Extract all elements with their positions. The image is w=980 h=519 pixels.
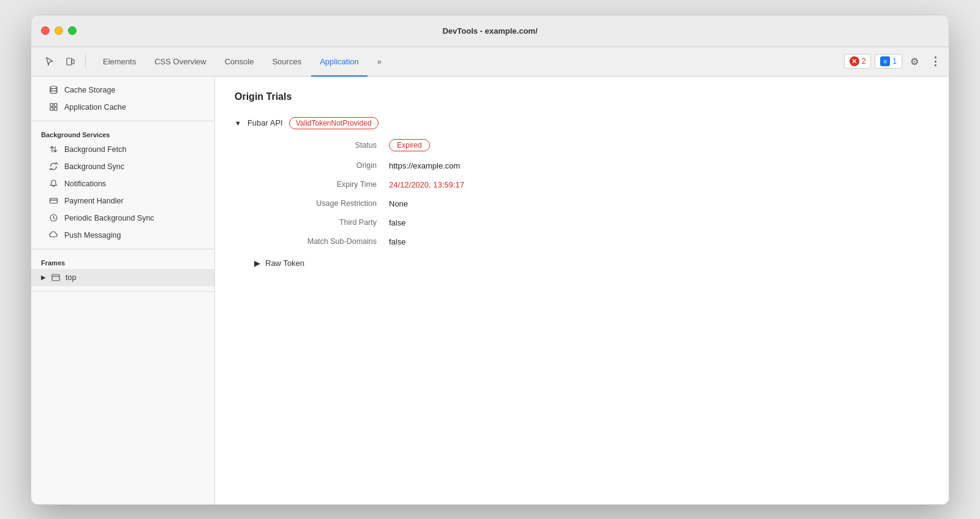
svg-rect-7 bbox=[50, 108, 53, 111]
sidebar-item-application-cache[interactable]: Application Cache bbox=[31, 99, 214, 116]
sidebar-item-notifications[interactable]: Notifications bbox=[31, 175, 214, 192]
third-party-label: Third Party bbox=[254, 218, 389, 227]
raw-token-toggle: ▶ bbox=[254, 259, 260, 268]
more-options-icon[interactable]: ⋮ bbox=[927, 53, 944, 70]
sidebar-background-services-section: Background Services Background Fetch bbox=[31, 121, 214, 249]
sidebar-item-cache-storage[interactable]: Cache Storage bbox=[31, 81, 214, 99]
sidebar-item-top[interactable]: ▶ top bbox=[31, 269, 214, 286]
sidebar-storage-section: Cache Storage Application Cache bbox=[31, 77, 214, 121]
svg-rect-0 bbox=[67, 58, 72, 65]
page-title: Origin Trials bbox=[235, 91, 929, 102]
svg-point-3 bbox=[50, 89, 57, 91]
sidebar-frames-section: Frames ▶ top bbox=[31, 249, 214, 292]
svg-point-2 bbox=[50, 86, 57, 89]
status-value: Expired bbox=[389, 139, 929, 151]
window-icon bbox=[51, 273, 61, 282]
expand-icon: ▶ bbox=[41, 274, 46, 281]
svg-rect-9 bbox=[50, 199, 57, 203]
tab-css-overview[interactable]: CSS Overview bbox=[146, 48, 215, 77]
raw-token-label: Raw Token bbox=[265, 259, 304, 268]
background-services-title: Background Services bbox=[31, 126, 214, 141]
tab-console[interactable]: Console bbox=[216, 48, 263, 77]
tab-sources[interactable]: Sources bbox=[263, 48, 310, 77]
maximize-button[interactable] bbox=[68, 26, 77, 35]
svg-rect-8 bbox=[54, 108, 57, 111]
svg-point-4 bbox=[50, 91, 57, 94]
sync-icon bbox=[48, 162, 58, 172]
detail-table: Status Expired Origin https://example.co… bbox=[235, 139, 929, 246]
traffic-lights bbox=[41, 26, 77, 35]
usage-restriction-value: None bbox=[389, 199, 929, 208]
svg-rect-1 bbox=[72, 59, 74, 64]
card-icon bbox=[48, 196, 58, 206]
cloud-icon bbox=[48, 230, 58, 240]
api-expand-toggle[interactable]: ▼ bbox=[235, 119, 241, 127]
cursor-icon[interactable] bbox=[41, 53, 58, 70]
status-label: Status bbox=[254, 139, 389, 151]
main-content: Origin Trials ▼ Fubar API ValidTokenNotP… bbox=[215, 77, 949, 504]
expiry-label: Expiry Time bbox=[254, 180, 389, 189]
sidebar-item-periodic-background-sync[interactable]: Periodic Background Sync bbox=[31, 210, 214, 227]
sidebar: Cache Storage Application Cache bbox=[31, 77, 215, 504]
svg-rect-11 bbox=[52, 275, 59, 281]
minimize-button[interactable] bbox=[55, 26, 63, 35]
tab-toolbar-icons bbox=[36, 47, 93, 76]
frames-title: Frames bbox=[31, 254, 214, 269]
origin-value: https://example.com bbox=[389, 161, 929, 170]
grid-icon bbox=[48, 102, 58, 112]
raw-token-row[interactable]: ▶ Raw Token bbox=[235, 259, 929, 268]
api-header: ▼ Fubar API ValidTokenNotProvided bbox=[235, 117, 929, 129]
info-badge-button[interactable]: ≡ 1 bbox=[875, 54, 902, 69]
error-icon: ✕ bbox=[850, 56, 859, 66]
tab-more[interactable]: » bbox=[369, 48, 390, 77]
third-party-value: false bbox=[389, 218, 929, 227]
sidebar-item-push-messaging[interactable]: Push Messaging bbox=[31, 227, 214, 244]
sidebar-item-background-fetch[interactable]: Background Fetch bbox=[31, 141, 214, 158]
settings-icon[interactable]: ⚙ bbox=[906, 53, 923, 70]
expiry-value: 24/12/2020, 13:59:17 bbox=[389, 180, 929, 189]
status-badge: Expired bbox=[389, 139, 430, 151]
bell-icon bbox=[48, 179, 58, 189]
tabbar: Elements CSS Overview Console Sources Ap… bbox=[31, 47, 949, 77]
titlebar: DevTools - example.com/ bbox=[31, 15, 949, 47]
database-icon bbox=[48, 85, 58, 95]
match-subdomains-label: Match Sub-Domains bbox=[254, 237, 389, 246]
error-badge-button[interactable]: ✕ 2 bbox=[844, 54, 872, 69]
clock-icon bbox=[48, 213, 58, 223]
window-title: DevTools - example.com/ bbox=[442, 26, 537, 36]
devtools-window: DevTools - example.com/ Elements CSS Ove… bbox=[31, 15, 949, 505]
api-status-badge: ValidTokenNotProvided bbox=[289, 117, 379, 129]
info-icon: ≡ bbox=[880, 56, 890, 66]
close-button[interactable] bbox=[41, 26, 50, 35]
sidebar-item-background-sync[interactable]: Background Sync bbox=[31, 158, 214, 175]
device-icon[interactable] bbox=[62, 53, 79, 70]
origin-label: Origin bbox=[254, 161, 389, 170]
tabbar-right: ✕ 2 ≡ 1 ⚙ ⋮ bbox=[844, 47, 944, 76]
arrows-updown-icon bbox=[48, 145, 58, 154]
tab-elements[interactable]: Elements bbox=[94, 48, 145, 77]
sidebar-item-payment-handler[interactable]: Payment Handler bbox=[31, 192, 214, 210]
tab-application[interactable]: Application bbox=[311, 48, 368, 77]
main-area: Cache Storage Application Cache bbox=[31, 77, 949, 504]
divider bbox=[85, 54, 86, 69]
api-name-label: Fubar API bbox=[247, 118, 283, 127]
usage-restriction-label: Usage Restriction bbox=[254, 199, 389, 208]
api-section-fubar: ▼ Fubar API ValidTokenNotProvided Status… bbox=[235, 117, 929, 268]
svg-rect-5 bbox=[50, 104, 53, 107]
svg-rect-6 bbox=[54, 104, 57, 107]
match-subdomains-value: false bbox=[389, 237, 929, 246]
